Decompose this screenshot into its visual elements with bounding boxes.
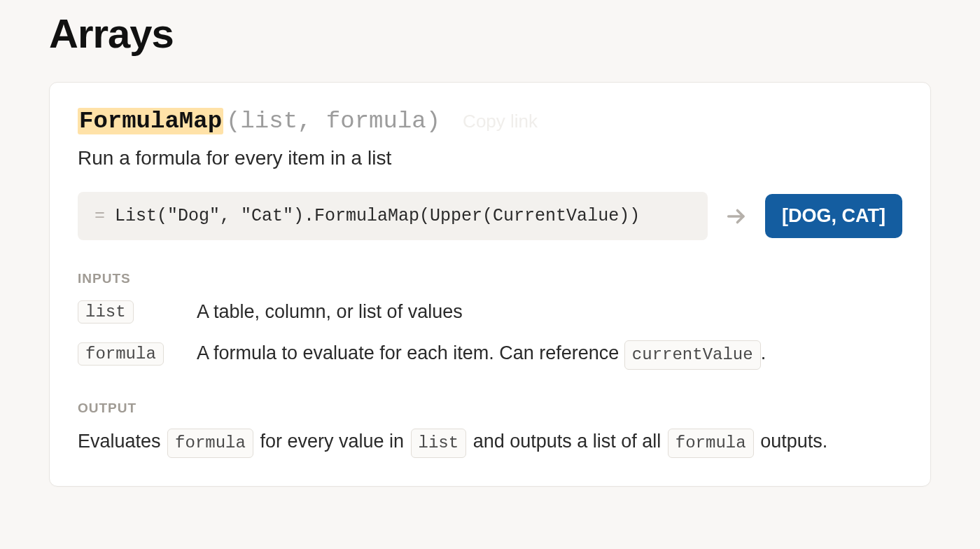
inputs-label: INPUTS	[78, 271, 902, 286]
copy-link-button[interactable]: Copy link	[463, 111, 538, 132]
example-code-box: = List("Dog", "Cat").FormulaMap(Upper(Cu…	[78, 192, 708, 240]
input-description: A formula to evaluate for each item. Can…	[197, 339, 766, 370]
function-description: Run a formula for every item in a list	[78, 147, 902, 169]
output-token: formula	[167, 429, 253, 458]
output-label: OUTPUT	[78, 401, 902, 416]
input-row: formula A formula to evaluate for each i…	[78, 339, 902, 370]
arrow-right-icon	[724, 204, 748, 228]
function-params: (list, formula)	[226, 108, 440, 134]
input-description: A table, column, or list of values	[197, 298, 463, 326]
page-title: Arrays	[49, 0, 931, 57]
example-result: [DOG, CAT]	[765, 194, 902, 238]
input-row: list A table, column, or list of values	[78, 298, 902, 326]
output-token: formula	[668, 429, 754, 458]
function-signature: FormulaMap(list, formula) Copy link	[78, 108, 902, 134]
function-card: FormulaMap(list, formula) Copy link Run …	[49, 82, 931, 487]
inputs-table: list A table, column, or list of values …	[78, 298, 902, 370]
output-description: Evaluates formula for every value in lis…	[78, 427, 902, 458]
reference-token: currentValue	[624, 340, 761, 370]
example-row: = List("Dog", "Cat").FormulaMap(Upper(Cu…	[78, 192, 902, 240]
example-code: List("Dog", "Cat").FormulaMap(Upper(Curr…	[115, 206, 640, 226]
output-token: list	[411, 429, 467, 458]
function-name: FormulaMap	[78, 108, 223, 134]
equals-icon: =	[94, 206, 105, 226]
input-name-token: list	[78, 300, 134, 324]
input-name-token: formula	[78, 342, 164, 366]
